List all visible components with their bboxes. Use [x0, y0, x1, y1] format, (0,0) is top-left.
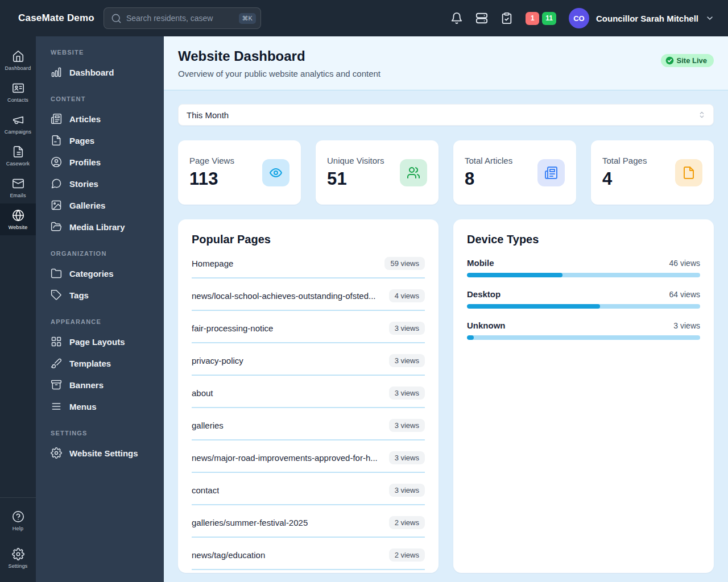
- layout-grid-icon: [51, 336, 62, 347]
- rail-item-settings[interactable]: Settings: [0, 542, 36, 574]
- page-row[interactable]: galleries/summer-festival-2025 2 views: [192, 505, 425, 538]
- device-item-unknown: Unknown 3 views: [467, 321, 700, 340]
- rail-item-campaigns[interactable]: Campaigns: [0, 108, 36, 140]
- rail-label: Settings: [8, 563, 27, 569]
- help-circle-icon: [12, 510, 24, 523]
- page-row[interactable]: about 3 views: [192, 376, 425, 408]
- menu-icon: [51, 401, 62, 412]
- page-row[interactable]: privacy-policy 3 views: [192, 343, 425, 376]
- user-name: Councillor Sarah Mitchell: [596, 14, 698, 23]
- gear-icon: [12, 548, 24, 560]
- device-item-desktop: Desktop 64 views: [467, 289, 700, 309]
- alert-count-badge[interactable]: 1: [526, 12, 539, 25]
- rail-bottom-section: Help Settings: [0, 497, 36, 582]
- notifications-button[interactable]: [450, 12, 463, 24]
- page-name: privacy-policy: [192, 356, 243, 365]
- system-status-button[interactable]: [475, 12, 488, 24]
- views-badge: 3 views: [389, 419, 425, 432]
- tasks-button[interactable]: [500, 12, 513, 24]
- stat-card-total-pages: Total Pages 4: [591, 140, 714, 205]
- rail-label: Campaigns: [5, 129, 31, 135]
- rail-label: Contacts: [7, 97, 28, 103]
- sidebar-item-label: Menus: [69, 402, 97, 411]
- page-name: contact: [192, 485, 219, 495]
- page-row[interactable]: news/major-road-improvements-approved-fo…: [192, 440, 425, 473]
- newspaper-icon: [51, 113, 62, 124]
- sidebar-item-banners[interactable]: Banners: [45, 374, 155, 396]
- avatar: CO: [569, 8, 589, 28]
- page-name: news/tag/education: [192, 550, 265, 560]
- page-row[interactable]: fair-processing-notice 3 views: [192, 311, 425, 343]
- page-row[interactable]: contact 3 views: [192, 473, 425, 505]
- sidebar-item-label: Media Library: [69, 222, 125, 232]
- sidebar-item-website-settings[interactable]: Website Settings: [45, 442, 155, 464]
- views-badge: 3 views: [389, 386, 425, 400]
- sidebar-item-menus[interactable]: Menus: [45, 396, 155, 417]
- page-row[interactable]: news/local-school-achieves-outstanding-o…: [192, 278, 425, 311]
- app-window: CaseMate Demo ⌘K 1 11 CO Councillor Sara…: [0, 0, 728, 582]
- page-header: Website Dashboard Overview of your publi…: [164, 36, 728, 90]
- status-badge-label: Site Live: [677, 56, 707, 65]
- task-count-badge[interactable]: 11: [542, 12, 556, 25]
- rail-item-help[interactable]: Help: [0, 505, 36, 537]
- device-bar-track: [467, 273, 700, 277]
- stat-cards: Page Views 113 Unique Visitors 51: [178, 140, 714, 205]
- sidebar-item-galleries[interactable]: Galleries: [45, 194, 155, 216]
- views-badge: 2 views: [389, 516, 425, 529]
- sidebar-item-label: Pages: [69, 136, 94, 146]
- sidebar-item-page-layouts[interactable]: Page Layouts: [45, 331, 155, 352]
- date-range-select[interactable]: This Month: [178, 104, 714, 126]
- sidebar-item-label: Tags: [69, 290, 89, 300]
- device-bar-fill: [467, 335, 474, 340]
- rail-item-emails[interactable]: Emails: [0, 172, 36, 203]
- page-row[interactable]: galleries 3 views: [192, 408, 425, 440]
- server-icon: [475, 12, 488, 24]
- sidebar-item-stories[interactable]: Stories: [45, 173, 155, 194]
- device-views: 64 views: [669, 290, 700, 299]
- sidebar-item-templates[interactable]: Templates: [45, 352, 155, 374]
- sidebar-item-label: Templates: [69, 359, 111, 368]
- page-row[interactable]: Homepage 59 views: [192, 246, 425, 278]
- sidebar-item-pages[interactable]: Pages: [45, 130, 155, 151]
- device-bar-track: [467, 304, 700, 309]
- global-search[interactable]: ⌘K: [104, 7, 261, 29]
- page-name: fair-processing-notice: [192, 323, 273, 333]
- stat-value: 113: [189, 169, 234, 189]
- rail-label: Casework: [6, 161, 30, 167]
- rail-item-website[interactable]: Website: [0, 203, 36, 235]
- rail-item-contacts[interactable]: Contacts: [0, 76, 36, 108]
- date-range-value: This Month: [187, 110, 229, 120]
- page-row[interactable]: news/tag/education 2 views: [192, 538, 425, 570]
- page-name: news/local-school-achieves-outstanding-o…: [192, 291, 376, 301]
- views-badge: 3 views: [389, 484, 425, 497]
- newspaper-icon: [544, 166, 558, 180]
- notification-counters: 1 11: [526, 12, 556, 25]
- device-name: Unknown: [467, 321, 506, 330]
- rail-item-dashboard[interactable]: Dashboard: [0, 44, 36, 76]
- tag-icon: [51, 289, 62, 301]
- stat-card-total-articles: Total Articles 8: [453, 140, 576, 205]
- device-bar-track: [467, 335, 700, 340]
- device-types-title: Device Types: [467, 233, 700, 246]
- user-menu[interactable]: CO Councillor Sarah Mitchell: [569, 8, 714, 28]
- status-badge: Site Live: [661, 54, 714, 67]
- sidebar-item-dashboard[interactable]: Dashboard: [45, 61, 155, 83]
- stat-label: Total Pages: [602, 156, 647, 165]
- sidebar-item-articles[interactable]: Articles: [45, 108, 155, 130]
- brand-logo: CaseMate Demo: [18, 13, 94, 24]
- search-input[interactable]: [126, 14, 234, 23]
- section-label-appearance: APPEARANCE: [51, 318, 155, 325]
- bar-chart-icon: [51, 66, 62, 78]
- sidebar-item-label: Categories: [69, 269, 114, 278]
- sidebar-item-tags[interactable]: Tags: [45, 284, 155, 306]
- device-types-panel: Device Types Mobile 46 views Desktop: [453, 219, 714, 573]
- sidebar-item-media-library[interactable]: Media Library: [45, 216, 155, 238]
- paintbrush-icon: [51, 357, 62, 369]
- sidebar-item-profiles[interactable]: Profiles: [45, 151, 155, 173]
- stat-value: 4: [602, 169, 647, 189]
- rail-item-casework[interactable]: Casework: [0, 140, 36, 172]
- sidebar-item-categories[interactable]: Categories: [45, 263, 155, 284]
- mail-icon: [12, 177, 24, 190]
- dashboard-content: This Month Page Views 113: [164, 90, 728, 582]
- primary-nav-rail: Dashboard Contacts Campaigns Casework Em…: [0, 36, 36, 582]
